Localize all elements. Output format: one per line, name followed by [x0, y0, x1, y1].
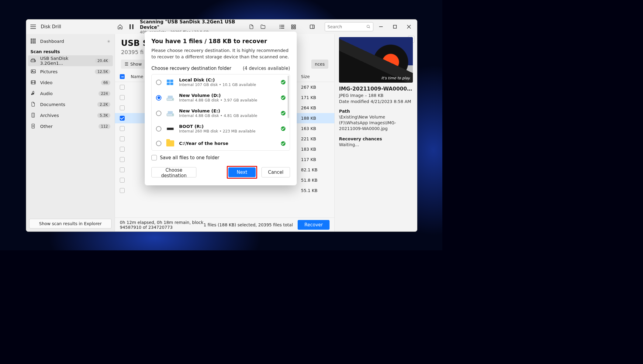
row-checkbox[interactable] — [120, 95, 125, 100]
svg-rect-25 — [34, 40, 36, 42]
show-in-explorer-button[interactable]: Show scan results in Explorer — [29, 219, 112, 228]
maximize-button[interactable] — [389, 22, 401, 32]
home-icon[interactable] — [115, 22, 125, 32]
svg-rect-51 — [168, 111, 173, 114]
scrollbar[interactable] — [288, 76, 289, 118]
audio-icon — [30, 91, 36, 97]
destination-option[interactable]: Local Disk (C:) Internal 107 GB disk • 1… — [152, 74, 290, 90]
sidebar-item-documents[interactable]: Documents 2.2K — [26, 99, 115, 110]
destination-option[interactable]: New Volume (D:) Internal 4.88 GB disk • … — [152, 90, 290, 105]
radio-icon[interactable] — [156, 141, 161, 146]
row-size: 163 KB — [301, 126, 328, 131]
svg-line-15 — [369, 27, 370, 28]
archives-icon — [30, 113, 36, 118]
row-checkbox[interactable] — [120, 188, 125, 193]
ok-icon — [281, 141, 285, 146]
drive-icon — [166, 94, 175, 102]
details-chances-label: Recovery chances — [339, 136, 413, 141]
sidebar-section-scan: Scan results — [26, 47, 115, 55]
row-checkbox[interactable] — [120, 85, 125, 90]
svg-rect-48 — [168, 95, 173, 98]
details-chances: Waiting... — [339, 142, 413, 148]
filter-show[interactable]: ☰Show — [121, 60, 145, 69]
row-checkbox[interactable] — [120, 126, 125, 131]
pause-icon[interactable] — [126, 22, 137, 32]
dashboard-icon — [30, 39, 36, 44]
row-checkbox[interactable] — [120, 178, 125, 183]
row-size: 183 KB — [301, 147, 328, 152]
folder-icon[interactable] — [258, 22, 268, 32]
search-icon — [366, 25, 371, 29]
svg-rect-17 — [393, 25, 396, 28]
drive-icon — [30, 58, 36, 63]
sidebar-item-pictures[interactable]: Pictures 12.5K — [26, 66, 115, 77]
recover-button[interactable]: Recover — [298, 220, 330, 230]
select-all-checkbox[interactable] — [120, 74, 125, 79]
row-size: 221 KB — [301, 136, 328, 141]
next-button-highlight: Next — [227, 166, 257, 179]
svg-point-14 — [367, 25, 369, 28]
svg-rect-21 — [33, 39, 34, 40]
details-pane-icon[interactable] — [307, 22, 317, 32]
table-row[interactable]: 55.1 KB — [115, 185, 334, 196]
row-checkbox[interactable] — [120, 116, 125, 121]
menu-icon[interactable] — [30, 25, 36, 29]
radio-icon[interactable] — [156, 95, 161, 101]
close-button[interactable] — [403, 22, 415, 32]
radio-icon[interactable] — [156, 126, 161, 132]
modal-choose-label: Choose recovery destination folder — [151, 66, 231, 71]
column-size[interactable]: Size — [301, 74, 328, 79]
row-checkbox[interactable] — [120, 147, 125, 152]
cancel-button[interactable]: Cancel — [261, 167, 290, 177]
sidebar-item-other[interactable]: Other 112 — [26, 121, 115, 132]
ok-icon — [281, 80, 285, 84]
list-view-icon[interactable] — [277, 22, 287, 32]
drive-icon — [166, 125, 175, 133]
choose-destination-button[interactable]: Choose destination — [151, 167, 196, 177]
checkbox-icon[interactable] — [151, 155, 157, 160]
drive-icon — [166, 109, 175, 117]
row-checkbox[interactable] — [120, 157, 125, 162]
sidebar-dashboard[interactable]: Dashboard ✳ — [26, 36, 115, 47]
svg-rect-9 — [294, 25, 296, 26]
pictures-icon — [30, 69, 36, 74]
svg-rect-28 — [34, 42, 36, 43]
svg-rect-24 — [33, 40, 34, 42]
filter-chances[interactable]: nces — [311, 60, 328, 69]
sidebar-item-device[interactable]: USB SanDisk 3.2Gen1... 20.4K — [28, 55, 113, 66]
svg-rect-16 — [379, 26, 383, 27]
row-size: 51.8 KB — [301, 178, 328, 183]
svg-rect-44 — [170, 80, 173, 82]
next-button[interactable]: Next — [228, 167, 256, 177]
destination-option[interactable]: New Volume (E:) Internal 4.88 GB disk • … — [152, 105, 290, 121]
destination-name: New Volume (D:) — [179, 93, 277, 98]
destination-option[interactable]: BOOT (R:) Internal 260 MB disk • 223 MB … — [152, 121, 290, 136]
svg-point-6 — [280, 28, 281, 29]
save-one-folder-option[interactable]: Save all files to one folder — [151, 155, 290, 160]
selection-text: 1 files (188 KB) selected, 20395 files t… — [203, 222, 293, 227]
sidebar-item-audio[interactable]: Audio 224 — [26, 88, 115, 99]
sidebar: Dashboard ✳ Scan results USB SanDisk 3.2… — [26, 34, 115, 232]
svg-rect-22 — [34, 39, 36, 40]
destination-sub: Internal 4.88 GB disk • 4.81 GB availabl… — [179, 113, 277, 118]
modal-desc: Please choose recovery destination. It i… — [151, 47, 290, 60]
minimize-button[interactable] — [375, 22, 387, 32]
svg-rect-7 — [281, 28, 284, 29]
row-size: 188 KB — [301, 116, 328, 121]
destination-option[interactable]: C:\Year of the horse — [152, 136, 290, 150]
destination-name: C:\Year of the horse — [179, 141, 277, 146]
status-bar: 0h 12m elapsed, 0h 18m remain, block 945… — [115, 218, 334, 232]
row-checkbox[interactable] — [120, 105, 125, 110]
radio-icon[interactable] — [156, 111, 161, 116]
ok-icon — [281, 126, 285, 131]
drive-icon — [166, 78, 175, 86]
file-icon[interactable] — [246, 22, 257, 32]
row-checkbox[interactable] — [120, 167, 125, 172]
row-size: 171 KB — [301, 95, 328, 100]
sidebar-item-video[interactable]: Video 66 — [26, 77, 115, 88]
row-checkbox[interactable] — [120, 136, 125, 141]
radio-icon[interactable] — [156, 80, 161, 85]
grid-view-icon[interactable] — [288, 22, 299, 32]
sidebar-item-archives[interactable]: Archives 5.3K — [26, 110, 115, 121]
search-input[interactable]: Search — [325, 22, 373, 31]
